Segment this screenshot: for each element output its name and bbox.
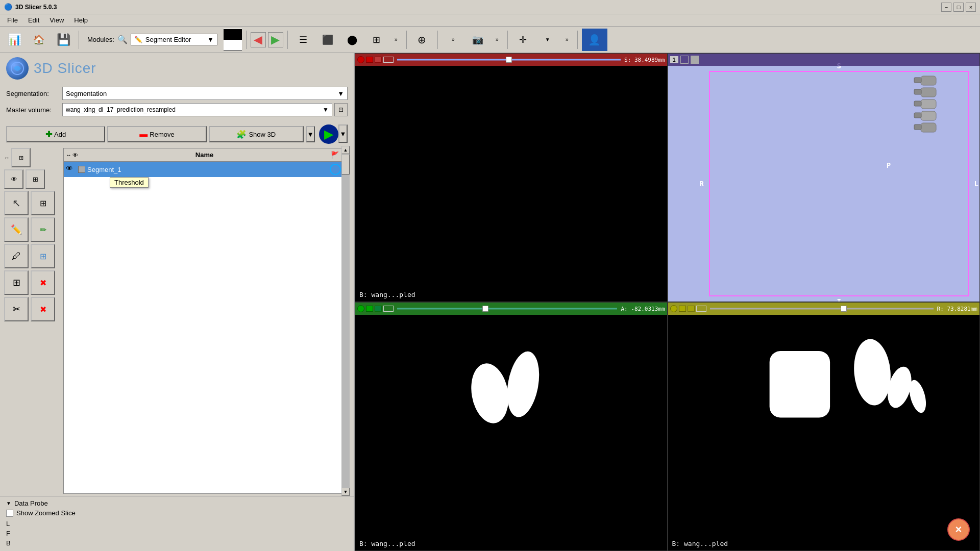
sep5: [437, 31, 438, 49]
show-3d-button[interactable]: 🧩 Show 3D: [209, 126, 304, 142]
tool-table-button[interactable]: ⊞: [11, 148, 31, 167]
sep6: [507, 31, 508, 49]
show-zoomed-label: Show Zoomed Slice: [16, 509, 76, 517]
probe-F: F: [6, 529, 348, 538]
master-volume-row: Master volume: wang_xing_di_17_predictio…: [6, 103, 348, 116]
seg-color-box: [78, 166, 85, 173]
nav-back-button[interactable]: ◀: [251, 32, 266, 47]
axis-L: L: [974, 180, 978, 188]
vp-3d-content[interactable]: S I R L P: [668, 66, 980, 302]
master-volume-label: Master volume:: [6, 106, 62, 114]
vp-red-rect: [383, 57, 394, 63]
viewport-bottom-right-header: R: 73.8281mm: [668, 303, 980, 315]
module-dropdown[interactable]: ✏️ Segment Editor ▼: [131, 34, 217, 45]
viewport-top-left-header: S: 38.4989mm: [355, 54, 667, 66]
exit-button-label: ×: [955, 523, 962, 536]
paint2-tool-button[interactable]: ✏: [31, 217, 55, 242]
vp-green-slider[interactable]: [397, 306, 617, 311]
menu-help[interactable]: Help: [69, 15, 93, 25]
vp-bottom-right-content[interactable]: [668, 315, 980, 550]
vp-3d-icon2[interactable]: [691, 56, 699, 64]
scroll-down-arrow[interactable]: ▼: [341, 488, 350, 496]
seg-visibility-icon[interactable]: 👁: [66, 164, 76, 174]
menu-edit[interactable]: Edit: [23, 15, 44, 25]
vp-bottom-left-content[interactable]: [355, 315, 667, 550]
eraser-tool-button[interactable]: ✖: [31, 270, 55, 295]
go-button[interactable]: ▶: [319, 124, 338, 144]
data-button[interactable]: 📊: [3, 29, 26, 51]
scissors2-tool-button[interactable]: ✖: [31, 297, 55, 321]
scroll-track[interactable]: [341, 154, 350, 488]
segment-select-tool-button[interactable]: ⊞: [31, 191, 55, 215]
menu-file[interactable]: File: [2, 15, 23, 25]
show3d-dropdown-arrow-button[interactable]: ▼: [306, 126, 315, 142]
svg-rect-5: [921, 123, 936, 132]
save-button[interactable]: 💾: [52, 29, 75, 51]
scissors-tool-button[interactable]: ✂: [4, 297, 29, 321]
user-button[interactable]: 👤: [582, 29, 607, 51]
tool-grid2-button[interactable]: ⊞: [26, 169, 45, 189]
vp-red-slider-thumb[interactable]: [506, 57, 512, 63]
nav-forward-button[interactable]: ▶: [268, 32, 283, 47]
crosshair-button[interactable]: ⊕: [411, 29, 433, 51]
color-selector-button[interactable]: [224, 29, 242, 51]
fill-tool-button[interactable]: ⊞: [4, 270, 29, 295]
maximize-button[interactable]: □: [953, 3, 964, 12]
menu-bar: File Edit View Help: [0, 14, 980, 27]
minimize-button[interactable]: −: [941, 3, 951, 12]
crosshair-control-button[interactable]: ✛: [512, 29, 534, 51]
viewport-bottom-left-header: A: -82.0313mm: [355, 303, 667, 315]
dcm-button[interactable]: 🏠: [28, 29, 50, 51]
vp-yellow-slider-thumb[interactable]: [841, 306, 847, 312]
close-window-button[interactable]: ×: [966, 3, 976, 12]
show-zoomed-checkbox[interactable]: [6, 510, 13, 517]
data-probe-header[interactable]: ▼ Data Probe: [6, 499, 348, 507]
segment-list-header-icons: ↔ 👁: [66, 152, 78, 158]
segmentation-dropdown[interactable]: Segmentation ▼: [62, 87, 348, 100]
vp-yellow-pin: [670, 305, 677, 312]
select-tool-button[interactable]: ↖: [4, 191, 29, 215]
layout-sphere-button[interactable]: ⬤: [341, 29, 363, 51]
remove-button-label: Remove: [150, 131, 174, 138]
crosshair-dropdown-button[interactable]: ▼: [536, 29, 559, 51]
remove-button[interactable]: ▬ Remove: [107, 126, 206, 142]
layout-grid-button[interactable]: ⊞: [365, 29, 388, 51]
vp-green-slider-thumb[interactable]: [482, 306, 488, 312]
module-search-icon[interactable]: 🔍: [117, 35, 128, 44]
layout-cube-button[interactable]: ⬛: [316, 29, 339, 51]
tool-row-select: ↖ ⊞: [4, 191, 55, 215]
scroll-up-arrow[interactable]: ▲: [341, 146, 350, 154]
crosshair-more-button[interactable]: »: [561, 29, 573, 51]
view-more-button1[interactable]: »: [442, 29, 464, 51]
go-dropdown-arrow-button[interactable]: ▼: [338, 124, 348, 143]
vp-top-left-bottom-label: B: wang...pled: [359, 291, 415, 298]
draw-tool-button[interactable]: 🖊: [4, 244, 29, 268]
menu-view[interactable]: View: [44, 15, 69, 25]
vp-green-slider-track: [397, 308, 617, 310]
segment-name-column-header: Name: [80, 151, 329, 159]
screenshot-more-button[interactable]: »: [491, 29, 503, 51]
fit-to-volume-button[interactable]: ⊡: [334, 103, 348, 116]
show3d-button-label: Show 3D: [249, 131, 276, 138]
title-bar-controls: − □ ×: [941, 3, 976, 12]
scroll-thumb[interactable]: [341, 154, 350, 174]
draw2-tool-button[interactable]: ⊞: [31, 244, 55, 268]
vp-red-slider[interactable]: [397, 57, 621, 62]
layout-list-button[interactable]: ☰: [292, 29, 314, 51]
vp-top-left-content[interactable]: [355, 66, 667, 302]
layout-more-button[interactable]: »: [390, 31, 402, 49]
svg-rect-4: [921, 111, 936, 120]
data-probe-arrow: ▼: [6, 500, 11, 506]
add-button[interactable]: ✚ Add: [6, 126, 105, 142]
paint-tool-button[interactable]: ✏️: [4, 217, 29, 242]
title-bar: 🔵 3D Slicer 5.0.3 − □ ×: [0, 0, 980, 14]
screenshot-button[interactable]: 📷: [467, 29, 489, 51]
tool-row-draw: 🖊 ⊞: [4, 244, 55, 268]
exit-button[interactable]: ×: [947, 518, 970, 541]
app-logo: [6, 57, 29, 80]
segment-row-1[interactable]: 👁 Segment_1 Threshold: [64, 162, 343, 177]
tool-eye-button[interactable]: 👁: [4, 169, 23, 189]
vp-yellow-slider[interactable]: [710, 306, 934, 311]
master-volume-dropdown[interactable]: wang_xing_di_17_prediction_resampled ▼: [62, 103, 332, 116]
vp-3d-icon1[interactable]: [680, 56, 689, 64]
